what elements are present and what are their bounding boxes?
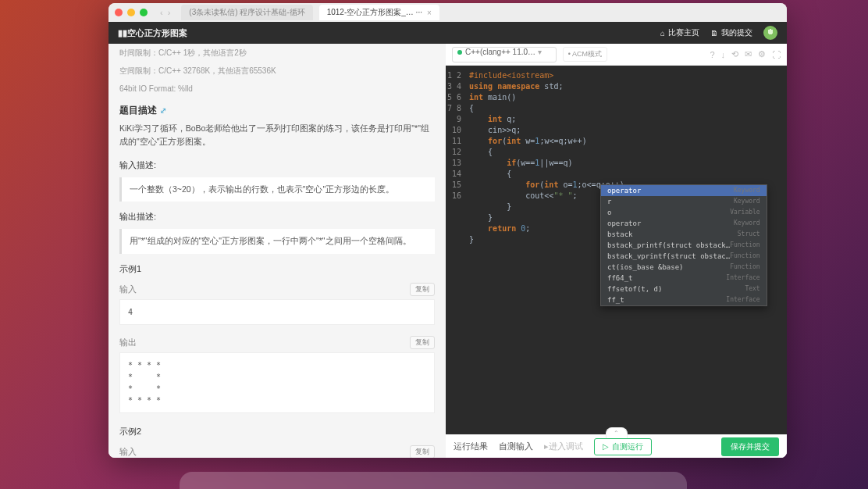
save-submit-button[interactable]: 保存并提交 [721,437,779,456]
autocomplete-item[interactable]: ct(ios_base &base)Function [601,262,767,273]
output-desc-box: 用"*"组成的对应的"空心"正方形图案，一行中两个"*"之间用一个空格间隔。 [119,229,435,254]
example1-input: 4 [119,299,435,325]
line-gutter: 1 2 3 4 5 6 7 8 9 10 11 12 13 14 15 16 [446,66,466,434]
link-my-submissions[interactable]: 🗎 我的提交 [710,27,752,38]
autocomplete-item[interactable]: oVariable [601,207,767,218]
nav-arrows: ‹ › [160,8,170,17]
fullscreen-icon[interactable]: ⛶ [772,50,781,59]
button-label: 自测运行 [612,441,643,452]
example-output-title: 输出 [119,337,137,348]
autocomplete-item[interactable]: ff_tInterface [601,294,767,305]
content: 时间限制：C/C++ 1秒，其他语言2秒 空间限制：C/C++ 32768K，其… [108,44,787,458]
editor-toolbar: C++(clang++ 11.0… ▾ • ACM模式 ? ↓ ⟲ ✉ ⚙ ⛶ [446,44,787,66]
tab-close-icon[interactable]: × [427,9,432,17]
tab-label: (3条未读私信) 程序设计基础-循环 [189,7,304,18]
tab-self-input[interactable]: 自测输入 [499,441,533,452]
problem-desc: KiKi学习了循环，BoBo老师给他出了一系列打印图案的练习，该任务是打印用"*… [115,122,439,153]
tab-debug[interactable]: ▸进入调试 [544,441,583,452]
language-label: C++(clang++ 11.0… [465,48,535,56]
autocomplete-item[interactable]: operatorKeyword [601,185,767,196]
close-icon[interactable] [115,9,123,16]
example1-label: 示例1 [115,257,439,278]
input-desc-label: 输入描述: [115,153,439,174]
language-select[interactable]: C++(clang++ 11.0… ▾ [452,47,557,62]
dock[interactable] [180,472,687,489]
section-title-desc: 题目描述 ⤢ [115,98,439,122]
editor-pane: C++(clang++ 11.0… ▾ • ACM模式 ? ↓ ⟲ ✉ ⚙ ⛶ … [446,44,787,458]
input-desc-box: 一个整数（3~20），表示输出的行数，也表示"空心"正方形边的长度。 [119,177,435,202]
gear-icon[interactable]: ⚙ [758,49,766,59]
example2-input-head: 输入 复制 [115,441,439,458]
mail-icon[interactable]: ✉ [745,49,752,59]
mode-button[interactable]: • ACM模式 [563,47,607,62]
meta-io: 64bit IO Format: %lld [115,80,439,98]
app-header: ▮▮空心正方形图案 ⌂ 比赛主页 🗎 我的提交 [108,22,787,44]
tab-run-result[interactable]: 运行结果 [454,441,488,452]
example-input-title: 输入 [119,284,137,295]
autocomplete-item[interactable]: ff64_tInterface [601,273,767,284]
autocomplete-item[interactable]: bstack_printf(struct obstack…Function [601,240,767,251]
tab-label: 1012-空心正方形图案_… ··· [327,7,422,18]
download-icon[interactable]: ↓ [721,50,726,59]
autocomplete-item[interactable]: bstack_vprintf(struct obstac…Function [601,251,767,262]
example1-input-head: 输入 复制 [115,278,439,299]
refresh-icon[interactable]: ⟲ [731,49,738,59]
autocomplete-popup[interactable]: operatorKeywordrKeywordoVariableoperator… [600,184,767,306]
meta-space: 空间限制：C/C++ 32768K，其他语言65536K [115,62,439,80]
output-desc-label: 输出描述: [115,205,439,226]
app-window: ‹ › (3条未读私信) 程序设计基础-循环 1012-空心正方形图案_… ··… [108,3,787,458]
link-contest-home[interactable]: ⌂ 比赛主页 [660,27,699,38]
nav-back-icon[interactable]: ‹ [160,8,163,17]
zoom-icon[interactable] [140,9,148,16]
copy-button[interactable]: 复制 [410,445,435,458]
titlebar: ‹ › (3条未读私信) 程序设计基础-循环 1012-空心正方形图案_… ··… [108,3,787,22]
bottom-bar: ⌃ 运行结果 自测输入 ▸进入调试 ▷ 自测运行 保存并提交 [446,434,787,458]
file-icon: 🗎 [710,29,718,37]
home-icon: ⌂ [660,29,665,37]
pull-handle-icon[interactable]: ⌃ [606,427,628,438]
browser-tab[interactable]: (3条未读私信) 程序设计基础-循环 [181,5,312,20]
expand-icon[interactable]: ⤢ [160,106,166,115]
copy-button[interactable]: 复制 [410,283,435,296]
copy-button[interactable]: 复制 [410,336,435,349]
problem-pane[interactable]: 时间限制：C/C++ 1秒，其他语言2秒 空间限制：C/C++ 32768K，其… [108,44,446,458]
help-icon[interactable]: ? [710,50,714,59]
link-label: 我的提交 [721,27,752,38]
page-title: ▮▮空心正方形图案 [118,27,187,39]
nav-fwd-icon[interactable]: › [168,8,171,17]
minimize-icon[interactable] [127,9,135,16]
example2-label: 示例2 [115,419,439,441]
autocomplete-item[interactable]: bstackStruct [601,229,767,240]
code-editor[interactable]: 1 2 3 4 5 6 7 8 9 10 11 12 13 14 15 16 #… [446,66,787,434]
example1-output: * * * * * * * * * * * * [119,352,435,413]
link-label: 比赛主页 [668,27,699,38]
self-test-button[interactable]: ▷ 自测运行 [594,438,652,455]
play-icon: ▷ [603,442,609,451]
autocomplete-item[interactable]: ffsetof(t, d)Text [601,284,767,294]
status-dot-icon [457,50,462,55]
example1-output-head: 输出 复制 [115,331,439,352]
browser-tab-active[interactable]: 1012-空心正方形图案_… ··· × [319,5,439,20]
meta-time: 时间限制：C/C++ 1秒，其他语言2秒 [115,44,439,62]
avatar[interactable] [763,26,777,40]
example-input-title: 输入 [119,447,137,458]
traffic-lights [115,9,148,16]
autocomplete-item[interactable]: operatorKeyword [601,218,767,229]
autocomplete-item[interactable]: rKeyword [601,196,767,207]
